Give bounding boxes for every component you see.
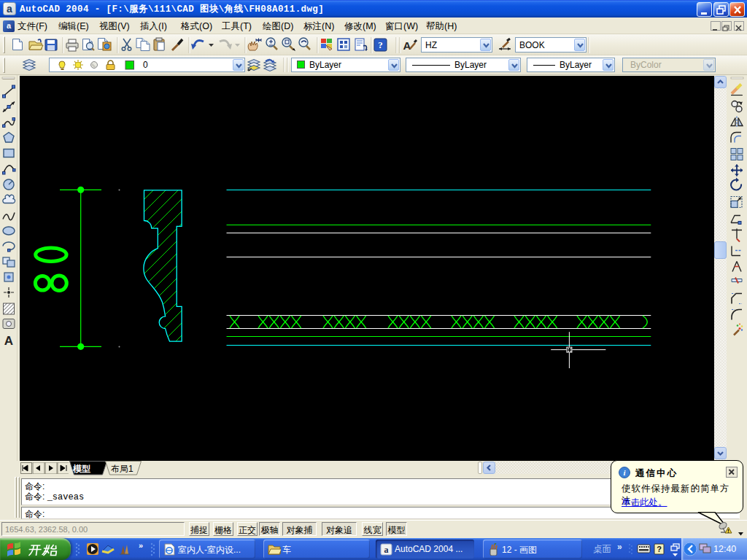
- svg-text:a: a: [384, 545, 389, 555]
- svg-text:A: A: [403, 39, 411, 52]
- svg-text:?: ?: [378, 39, 383, 50]
- svg-text:?: ?: [657, 545, 662, 553]
- svg-text:»: »: [139, 541, 143, 550]
- svg-text:A: A: [4, 334, 13, 348]
